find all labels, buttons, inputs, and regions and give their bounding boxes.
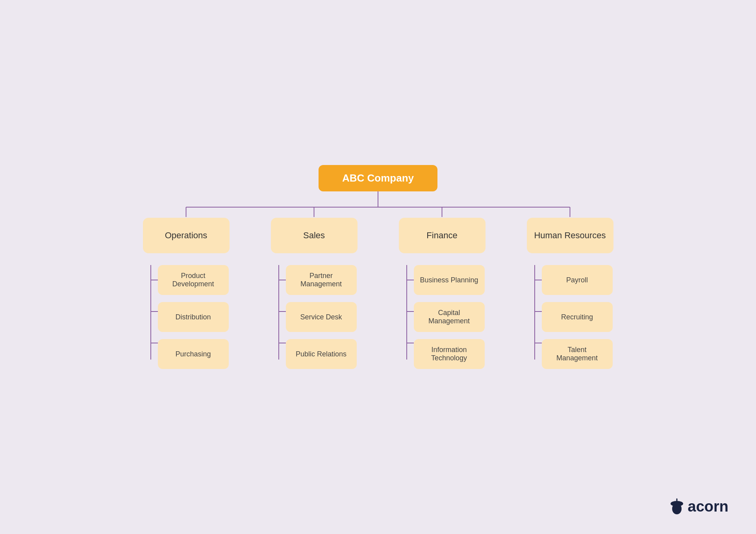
sub-nodes-operations: Product Development Distribution Purchas… <box>158 265 229 369</box>
sub-hr: Payroll Recruiting Talent Management <box>528 265 613 369</box>
sub-finance: Business Planning Capital Management Inf… <box>400 265 485 369</box>
sub-product-dev: Product Development <box>158 265 229 295</box>
sub-public-relations: Public Relations <box>286 339 357 369</box>
sub-nodes-sales: Partner Management Service Desk Public R… <box>286 265 357 369</box>
col-hr: Human Resources Payroll Recruiting <box>506 218 634 369</box>
connector-svg <box>122 197 634 217</box>
sub-nodes-finance: Business Planning Capital Management Inf… <box>414 265 485 369</box>
col-sales: Sales Partner Management Service Desk <box>250 218 378 369</box>
sub-service-desk: Service Desk <box>286 302 357 332</box>
dept-sales: Sales <box>271 218 358 253</box>
sub-sales: Partner Management Service Desk Public R… <box>272 265 357 369</box>
sub-partner-mgmt: Partner Management <box>286 265 357 295</box>
sub-business-planning: Business Planning <box>414 265 485 295</box>
bracket-sales <box>272 265 286 360</box>
sub-talent-mgmt: Talent Management <box>542 339 613 369</box>
root-node: ABC Company <box>319 165 437 191</box>
bracket-hr <box>528 265 542 360</box>
org-chart: ABC Company Operations <box>122 165 634 369</box>
sub-distribution: Distribution <box>158 302 229 332</box>
logo-text: acorn <box>688 498 728 515</box>
dept-finance: Finance <box>399 218 485 253</box>
svg-point-22 <box>672 503 682 514</box>
bracket-operations <box>144 265 158 360</box>
col-finance: Finance Business Planning Capital Manage… <box>378 218 506 369</box>
sub-payroll: Payroll <box>542 265 613 295</box>
bracket-finance <box>400 265 414 360</box>
sub-purchasing: Purchasing <box>158 339 229 369</box>
dept-operations: Operations <box>143 218 230 253</box>
sub-nodes-hr: Payroll Recruiting Talent Management <box>542 265 613 369</box>
root-label: ABC Company <box>342 172 414 184</box>
dept-hr: Human Resources <box>527 218 613 253</box>
sub-recruiting: Recruiting <box>542 302 613 332</box>
sub-capital-mgmt: Capital Management <box>414 302 485 332</box>
top-h-bar <box>122 207 634 208</box>
sub-info-tech: Information Technology <box>414 339 485 369</box>
acorn-logo: acorn <box>669 498 728 515</box>
sub-operations: Product Development Distribution Purchas… <box>144 265 229 369</box>
col-operations: Operations Product Development <box>122 218 250 369</box>
level1-row: Operations Product Development <box>122 218 634 369</box>
acorn-icon <box>669 498 685 515</box>
